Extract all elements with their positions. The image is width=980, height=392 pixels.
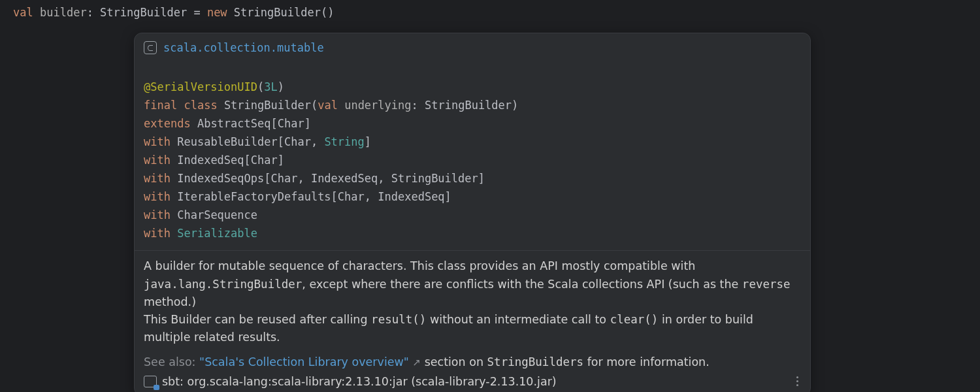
equals: = [187, 6, 207, 19]
code-line-1[interactable]: val builder: StringBuilder = new StringB… [13, 4, 967, 22]
class-icon [144, 41, 157, 54]
doc-p2-code2: clear() [610, 313, 659, 326]
keyword-val-param: val [318, 99, 338, 112]
see-also-section: See also: "Scala's Collection Library ov… [135, 351, 810, 370]
keyword-with-2: with [144, 154, 171, 167]
package-link[interactable]: scala.collection.mutable [163, 41, 324, 54]
with-type-3: IndexedSeqOps[Char, IndexedSeq, StringBu… [177, 172, 485, 185]
sbt-coordinates: sbt: org.scala-lang:scala-library:2.13.1… [162, 375, 557, 388]
see-also-mono: StringBuilders [487, 355, 584, 368]
doc-p1-code1: java.lang.StringBuilder [144, 278, 302, 291]
doc-paragraph-2: This Builder can be reused after calling… [144, 311, 801, 346]
keyword-with-5: with [144, 208, 171, 221]
signature-block: @SerialVersionUID(3L) final class String… [135, 57, 810, 250]
with-type-5: CharSequence [177, 208, 257, 221]
param-type: StringBuilder [425, 99, 512, 112]
with-type-1b: ] [365, 135, 371, 148]
extends-type: AbstractSeq[Char] [197, 117, 311, 130]
annotation-paren-close: ) [278, 80, 284, 93]
doc-paragraph-1: A builder for mutable sequence of charac… [144, 257, 801, 310]
keyword-class: class [184, 99, 217, 112]
keyword-with-1: with [144, 135, 171, 148]
type-stringbuilder: StringBuilder [100, 6, 187, 19]
ident-builder: builder [40, 6, 87, 19]
param-colon: : [412, 99, 425, 112]
quickdoc-popup: scala.collection.mutable @SerialVersionU… [134, 33, 811, 392]
doc-p1-c: method.) [144, 295, 196, 308]
doc-p1-b: , except where there are conflicts with … [302, 278, 742, 291]
annotation-name: @SerialVersionUID [144, 80, 257, 93]
param-underlying: underlying [344, 99, 411, 112]
popup-header: scala.collection.mutable [135, 33, 810, 57]
with-type-6: Serializable [177, 227, 257, 240]
ctor-call: StringBuilder() [234, 6, 335, 19]
type-string: String [324, 135, 364, 148]
external-link-icon: ↗ [412, 357, 421, 368]
with-type-2: IndexedSeq[Char] [177, 154, 284, 167]
keyword-with-6: with [144, 227, 171, 240]
doc-p2-a: This Builder can be reused after calling [144, 313, 371, 326]
class-name: StringBuilder [224, 99, 311, 112]
keyword-extends: extends [144, 117, 191, 130]
more-actions-button[interactable] [794, 374, 801, 389]
editor-area[interactable]: val builder: StringBuilder = new StringB… [0, 0, 980, 25]
popup-footer: sbt: org.scala-lang:scala-library:2.13.1… [135, 370, 810, 392]
doc-p1-code2: reverse [742, 278, 791, 291]
with-type-4: IterableFactoryDefaults[Char, IndexedSeq… [177, 190, 451, 203]
annotation-paren-open: ( [257, 80, 264, 93]
doc-p2-code1: result() [371, 313, 426, 326]
doc-p2-b: without an intermediate call to [426, 313, 610, 326]
library-icon [144, 376, 157, 387]
sig-open-paren: ( [311, 99, 318, 112]
colon: : [87, 6, 100, 19]
annotation-value: 3L [264, 80, 277, 93]
doc-body: A builder for mutable sequence of charac… [135, 250, 810, 351]
with-type-1a: ReusableBuilder[Char, [177, 135, 324, 148]
see-also-link[interactable]: "Scala's Collection Library overview" [199, 355, 409, 368]
keyword-final: final [144, 99, 177, 112]
keyword-val: val [13, 6, 33, 19]
doc-p1-a: A builder for mutable sequence of charac… [144, 259, 695, 272]
see-also-rest-b: for more information. [583, 355, 710, 368]
keyword-new: new [207, 6, 227, 19]
see-also-label: See also: [144, 355, 199, 368]
see-also-rest-a: section on [421, 355, 487, 368]
sig-close-paren: ) [512, 99, 518, 112]
keyword-with-4: with [144, 190, 171, 203]
keyword-with-3: with [144, 172, 171, 185]
